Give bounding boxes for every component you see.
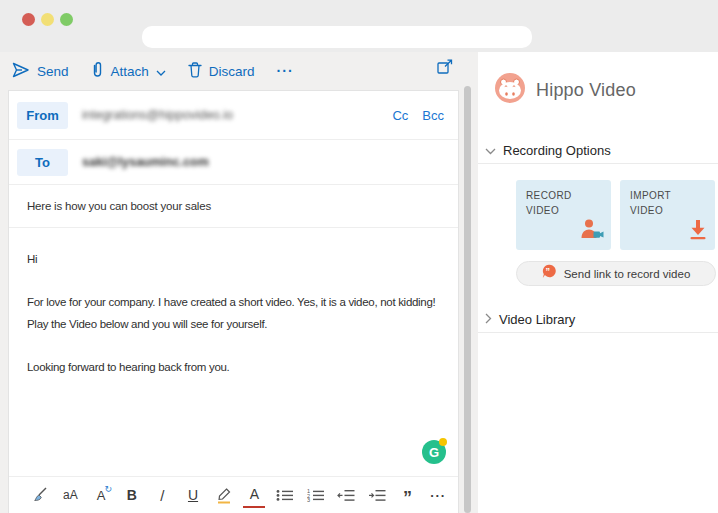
- send-button[interactable]: Send: [12, 62, 69, 81]
- hippo-video-panel: Hippo Video Recording Options RECORD VID…: [478, 52, 718, 513]
- address-bar-input[interactable]: [142, 26, 532, 48]
- maximize-window-button[interactable]: [60, 13, 73, 26]
- import-download-icon: [688, 219, 708, 244]
- attach-button[interactable]: Attach: [91, 61, 166, 81]
- record-person-camera-icon: [578, 218, 604, 244]
- open-in-new-window-button[interactable]: [437, 59, 453, 78]
- hippo-video-logo-icon: [495, 73, 525, 107]
- body-greeting: Hi: [27, 248, 454, 270]
- recording-options-header[interactable]: Recording Options: [485, 141, 611, 159]
- font-icon[interactable]: aA: [60, 484, 82, 507]
- italic-icon[interactable]: /: [152, 484, 174, 507]
- from-button[interactable]: From: [17, 102, 68, 129]
- video-library-header[interactable]: Video Library: [485, 310, 575, 328]
- discard-button[interactable]: Discard: [188, 62, 255, 81]
- section-divider: [478, 332, 718, 333]
- to-row: To saki@lysauminc.com: [9, 140, 458, 185]
- body-paragraph: For love for your company. I have create…: [27, 291, 454, 335]
- svg-text:”: ”: [545, 266, 550, 276]
- format-painter-icon[interactable]: [29, 484, 51, 507]
- message-body-editor[interactable]: Hi For love for your company. I have cre…: [9, 228, 458, 477]
- cc-link[interactable]: Cc: [392, 108, 408, 123]
- svg-text:3: 3: [307, 497, 310, 502]
- underline-icon[interactable]: U: [182, 484, 204, 507]
- format-more-icon[interactable]: ···: [427, 484, 449, 507]
- speech-bubble-icon: ”: [542, 264, 557, 283]
- font-size-icon[interactable]: A ↻: [90, 484, 112, 507]
- bold-icon[interactable]: B: [121, 484, 143, 507]
- chevron-down-icon: [485, 141, 496, 159]
- app-window: Send Attach Discard ···: [0, 0, 718, 513]
- import-video-label: IMPORT VIDEO: [630, 188, 671, 218]
- from-address[interactable]: integrations@hippovideo.io: [82, 108, 233, 122]
- bcc-link[interactable]: Bcc: [422, 108, 444, 123]
- send-link-to-record-button[interactable]: ” Send link to record video: [516, 261, 716, 286]
- increase-indent-icon[interactable]: [366, 484, 388, 507]
- quote-icon[interactable]: ”: [397, 487, 419, 510]
- decrease-indent-icon[interactable]: [335, 484, 357, 507]
- minimize-window-button[interactable]: [41, 13, 54, 26]
- grammarly-button[interactable]: G: [422, 440, 446, 464]
- section-divider: [478, 163, 718, 164]
- grammarly-notification-dot: [439, 438, 447, 446]
- font-color-icon[interactable]: A: [243, 483, 265, 508]
- window-controls: [22, 13, 73, 26]
- recording-options-label: Recording Options: [503, 143, 611, 158]
- compose-card: From integrations@hippovideo.io Cc Bcc T…: [8, 90, 459, 513]
- chevron-down-icon: [156, 64, 166, 79]
- to-address[interactable]: saki@lysauminc.com: [82, 155, 209, 169]
- bullet-list-icon[interactable]: [274, 484, 296, 507]
- body-closing: Looking forward to hearing back from you…: [27, 356, 454, 378]
- numbered-list-icon[interactable]: 123: [305, 484, 327, 507]
- paperclip-icon: [91, 61, 104, 81]
- attach-label: Attach: [111, 64, 149, 79]
- discard-label: Discard: [209, 64, 255, 79]
- trash-icon: [188, 62, 202, 81]
- toolbar-more-button[interactable]: ···: [277, 63, 294, 79]
- record-video-label: RECORD VIDEO: [526, 188, 572, 218]
- subject-input[interactable]: Here is how you can boost your sales: [9, 185, 458, 228]
- to-button[interactable]: To: [17, 149, 68, 176]
- cc-bcc-group: Cc Bcc: [392, 108, 444, 123]
- email-compose-pane: Send Attach Discard ···: [0, 52, 478, 513]
- app-title: Hippo Video: [536, 80, 636, 101]
- recording-option-cards: RECORD VIDEO IMPORT VIDEO: [516, 180, 715, 250]
- chevron-right-icon: [485, 310, 492, 328]
- video-library-label: Video Library: [499, 312, 575, 327]
- browser-titlebar: [0, 0, 718, 52]
- record-video-card[interactable]: RECORD VIDEO: [516, 180, 611, 250]
- grammarly-icon: G: [429, 445, 439, 460]
- compose-toolbar: Send Attach Discard ···: [0, 52, 460, 90]
- send-label: Send: [37, 64, 69, 79]
- highlight-icon[interactable]: [213, 484, 235, 507]
- app-header: Hippo Video: [495, 73, 636, 107]
- close-window-button[interactable]: [22, 13, 35, 26]
- font-size-badge: ↻: [104, 485, 112, 494]
- formatting-toolbar: aA A ↻ B / U A 123: [9, 477, 458, 513]
- from-row: From integrations@hippovideo.io Cc Bcc: [9, 91, 458, 140]
- send-icon: [12, 62, 30, 81]
- send-link-label: Send link to record video: [564, 268, 691, 280]
- import-video-card[interactable]: IMPORT VIDEO: [620, 180, 715, 250]
- vertical-scrollbar[interactable]: [464, 86, 471, 513]
